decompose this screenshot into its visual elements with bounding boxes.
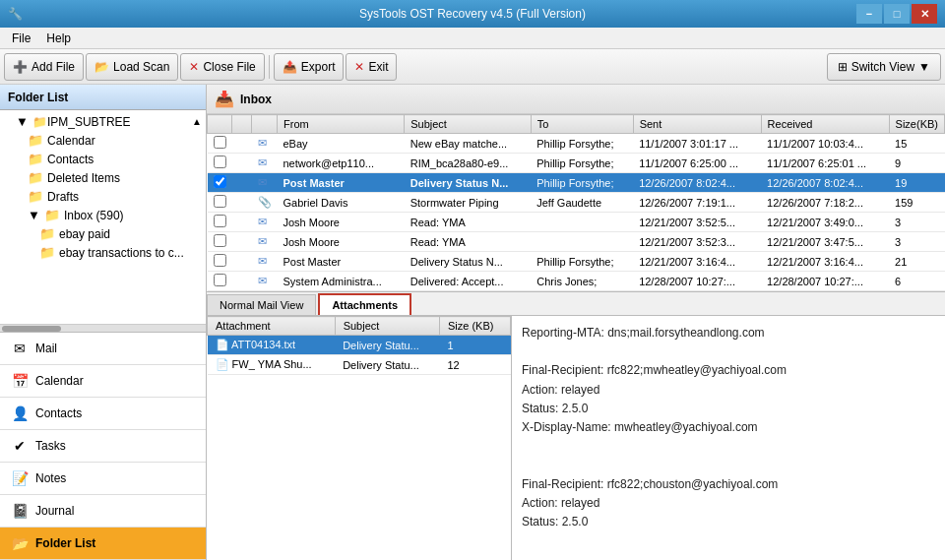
row-flag xyxy=(232,154,252,173)
tree-item-contacts[interactable]: 📁 Contacts xyxy=(0,150,206,168)
row-from: Josh Moore xyxy=(278,213,405,232)
close-file-icon: ✕ xyxy=(189,60,199,74)
row-checkbox[interactable] xyxy=(208,193,232,213)
tree-item-drafts[interactable]: 📁 Drafts xyxy=(0,187,206,206)
attach-col-name[interactable]: Attachment xyxy=(208,317,336,336)
row-subject: Stormwater Piping xyxy=(405,193,532,213)
row-flag xyxy=(232,193,252,213)
row-subject: Read: YMA xyxy=(405,232,532,252)
preview-pane[interactable]: Reporting-MTA: dns;mail.forsytheandlong.… xyxy=(512,316,945,560)
tree-item-ipm[interactable]: ▼ 📁 IPM_SUBTREE ▲ xyxy=(0,112,206,131)
row-sent: 12/28/2007 10:27:... xyxy=(633,272,761,291)
row-received: 12/26/2007 7:18:2... xyxy=(761,193,889,213)
tree-item-label: Inbox (590) xyxy=(64,209,124,222)
row-checkbox[interactable] xyxy=(208,134,232,154)
col-to[interactable]: To xyxy=(531,115,633,134)
row-size: 159 xyxy=(889,193,944,213)
export-button[interactable]: 📤 Export xyxy=(274,53,345,81)
close-file-button[interactable]: ✕ Close File xyxy=(180,53,264,81)
folder-icon: 📁 xyxy=(28,189,43,204)
email-table-container[interactable]: From Subject To Sent Received Size(KB) ✉… xyxy=(207,114,945,292)
col-size[interactable]: Size(KB) xyxy=(889,115,944,134)
title-bar: 🔧 SysTools OST Recovery v4.5 (Full Versi… xyxy=(0,0,945,28)
inbox-header: 📥 Inbox xyxy=(207,85,945,114)
row-size: 6 xyxy=(889,272,944,291)
col-from[interactable]: From xyxy=(278,115,405,134)
row-size: 21 xyxy=(889,252,944,272)
tab-normal-mail-view[interactable]: Normal Mail View xyxy=(207,294,316,315)
nav-tasks-label: Tasks xyxy=(35,439,66,453)
email-row[interactable]: ✉ Josh Moore Read: YMA 12/21/2007 3:52:5… xyxy=(208,213,945,232)
col-sent[interactable]: Sent xyxy=(633,115,761,134)
add-file-icon: ➕ xyxy=(13,60,28,74)
switch-view-button[interactable]: ⊞ Switch View ▼ xyxy=(827,53,941,81)
tree-item-ebay-transactions[interactable]: 📁 ebay transactions to c... xyxy=(0,243,206,262)
nav-journal[interactable]: 📓 Journal xyxy=(0,495,206,528)
email-row[interactable]: ✉ network@etp110... RIM_bca28a80-e9... P… xyxy=(208,154,945,173)
tree-item-ebay-paid[interactable]: 📁 ebay paid xyxy=(0,224,206,243)
tree-item-inbox[interactable]: ▼ 📁 Inbox (590) xyxy=(0,206,206,224)
row-checkbox[interactable] xyxy=(208,154,232,173)
toolbar-separator xyxy=(269,55,270,79)
folder-icon: 📁 xyxy=(39,226,55,241)
row-checkbox[interactable] xyxy=(208,252,232,272)
nav-calendar[interactable]: 📅 Calendar xyxy=(0,365,206,398)
load-scan-button[interactable]: 📂 Load Scan xyxy=(86,53,178,81)
bottom-panel: Normal Mail View Attachments Attachment … xyxy=(207,292,945,560)
row-icon: ✉ xyxy=(252,252,278,272)
row-checkbox[interactable] xyxy=(208,173,232,193)
row-to: Jeff Gaudette xyxy=(531,193,633,213)
row-from: Post Master xyxy=(278,173,405,193)
minimize-button[interactable]: − xyxy=(856,4,882,24)
row-checkbox[interactable] xyxy=(208,272,232,291)
attach-col-size[interactable]: Size (KB) xyxy=(439,317,510,336)
email-row[interactable]: ✉ Josh Moore Read: YMA 12/21/2007 3:52:3… xyxy=(208,232,945,252)
menu-bar: File Help xyxy=(0,28,945,49)
nav-folder-list[interactable]: 📂 Folder List xyxy=(0,528,206,560)
email-row[interactable]: ✉ System Administra... Delivered: Accept… xyxy=(208,272,945,291)
email-row[interactable]: ✉ Post Master Delivery Status N... Phill… xyxy=(208,252,945,272)
row-subject: Delivery Status N... xyxy=(405,252,532,272)
row-received: 12/21/2007 3:47:5... xyxy=(761,232,889,252)
email-row[interactable]: ✉ Post Master Delivery Status N... Phill… xyxy=(208,173,945,193)
attach-col-subject[interactable]: Subject xyxy=(335,317,439,336)
row-checkbox[interactable] xyxy=(208,232,232,252)
attach-subject: Delivery Statu... xyxy=(335,355,439,375)
menu-help[interactable]: Help xyxy=(38,30,79,47)
menu-file[interactable]: File xyxy=(4,30,38,47)
attachment-row[interactable]: 📄 FW_ YMA Shu... Delivery Statu... 12 xyxy=(208,355,511,375)
folder-tree[interactable]: ▼ 📁 IPM_SUBTREE ▲ 📁 Calendar 📁 Contacts … xyxy=(0,110,206,324)
row-from: eBay xyxy=(278,134,405,154)
folder-icon: 📁 xyxy=(39,245,55,260)
close-button[interactable]: ✕ xyxy=(912,4,937,24)
email-row[interactable]: 📎 Gabriel Davis Stormwater Piping Jeff G… xyxy=(208,193,945,213)
attachment-area: Attachment Subject Size (KB) 📄 ATT04134.… xyxy=(207,316,945,560)
exit-button[interactable]: ✕ Exit xyxy=(346,53,397,81)
nav-contacts[interactable]: 👤 Contacts xyxy=(0,398,206,430)
preview-line: Final-Recipient: rfc822;mwheatley@yachiy… xyxy=(522,361,935,380)
tree-item-label: Calendar xyxy=(47,134,95,148)
folder-icon: 📁 xyxy=(44,208,60,222)
email-row[interactable]: ✉ eBay New eBay matche... Phillip Forsyt… xyxy=(208,134,945,154)
row-sent: 11/1/2007 3:01:17 ... xyxy=(633,134,761,154)
nav-tasks[interactable]: ✔ Tasks xyxy=(0,430,206,463)
col-received[interactable]: Received xyxy=(761,115,889,134)
nav-notes[interactable]: 📝 Notes xyxy=(0,463,206,495)
folder-list-title: Folder List xyxy=(8,91,68,104)
tree-item-calendar[interactable]: 📁 Calendar xyxy=(0,131,206,150)
tasks-icon: ✔ xyxy=(10,436,30,456)
attachment-list[interactable]: Attachment Subject Size (KB) 📄 ATT04134.… xyxy=(207,316,512,560)
attachment-row[interactable]: 📄 ATT04134.txt Delivery Statu... 1 xyxy=(208,336,511,355)
row-subject: RIM_bca28a80-e9... xyxy=(405,154,532,173)
row-flag xyxy=(232,252,252,272)
tab-attachments[interactable]: Attachments xyxy=(318,293,411,315)
col-subject[interactable]: Subject xyxy=(405,115,532,134)
preview-line: Status: 2.5.0 xyxy=(522,400,935,418)
nav-mail[interactable]: ✉ Mail xyxy=(0,333,206,365)
attach-name: 📄 FW_ YMA Shu... xyxy=(208,355,336,375)
add-file-button[interactable]: ➕ Add File xyxy=(4,53,84,81)
horizontal-scrollbar[interactable] xyxy=(0,324,206,332)
tree-item-deleted[interactable]: 📁 Deleted Items xyxy=(0,168,206,187)
row-checkbox[interactable] xyxy=(208,213,232,232)
maximize-button[interactable]: □ xyxy=(884,4,910,24)
